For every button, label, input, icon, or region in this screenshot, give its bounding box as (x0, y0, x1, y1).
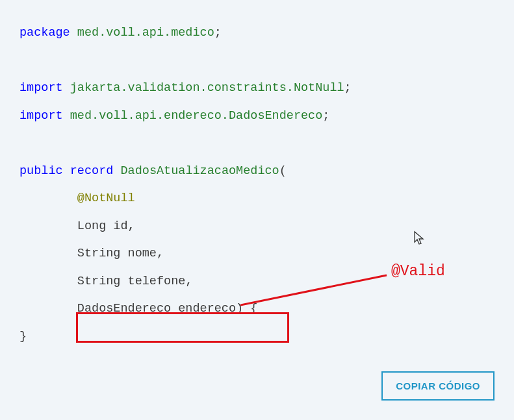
valid-annotation-label: @Valid (391, 263, 445, 280)
keyword-record: record (70, 164, 114, 178)
keyword-import: import (19, 109, 63, 123)
cursor-icon (413, 230, 426, 246)
semicolon: ; (214, 26, 222, 40)
open-paren: ( (279, 164, 287, 178)
import-path: jakarta.validation.constraints.NotNull (70, 81, 344, 95)
keyword-public: public (19, 164, 63, 178)
import-path: med.voll.api.endereco.DadosEndereco (70, 109, 323, 123)
record-name: DadosAtualizacaoMedico (120, 164, 279, 178)
keyword-import: import (19, 81, 63, 95)
close-brace: } (19, 330, 27, 343)
field-id: Long id, (77, 219, 135, 233)
semicolon: ; (344, 81, 352, 95)
field-telefone: String telefone, (77, 275, 193, 288)
semicolon: ; (322, 109, 329, 123)
keyword-package: package (19, 26, 70, 40)
package-name: med.voll.api.medico (77, 26, 214, 40)
code-snippet: package med.voll.api.medico; import jaka… (19, 19, 495, 351)
annotation-notnull: @NotNull (77, 191, 135, 205)
field-endereco: DadosEndereco endereco) { (77, 302, 258, 315)
copy-code-button[interactable]: COPIAR CÓDIGO (381, 371, 495, 401)
field-nome: String nome, (77, 247, 164, 260)
